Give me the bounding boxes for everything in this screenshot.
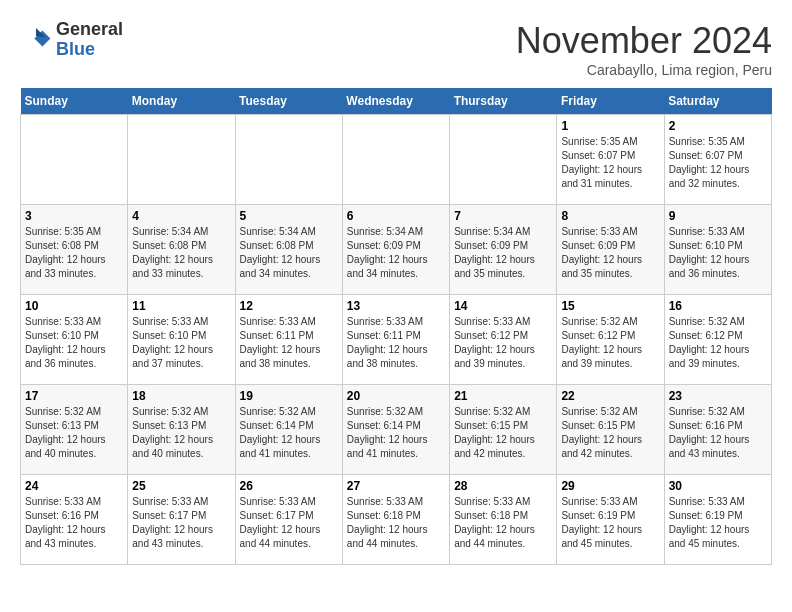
- day-info-line: Sunset: 6:10 PM: [132, 329, 230, 343]
- calendar-cell: [450, 115, 557, 205]
- day-info: Sunrise: 5:35 AMSunset: 6:08 PMDaylight:…: [25, 225, 123, 281]
- day-info-line: Sunset: 6:07 PM: [669, 149, 767, 163]
- day-info-line: Daylight: 12 hours and 39 minutes.: [561, 343, 659, 371]
- day-info: Sunrise: 5:33 AMSunset: 6:17 PMDaylight:…: [132, 495, 230, 551]
- day-info-line: Daylight: 12 hours and 33 minutes.: [132, 253, 230, 281]
- day-info-line: Sunrise: 5:32 AM: [669, 405, 767, 419]
- day-number: 9: [669, 209, 767, 223]
- calendar-cell: 5Sunrise: 5:34 AMSunset: 6:08 PMDaylight…: [235, 205, 342, 295]
- day-info: Sunrise: 5:33 AMSunset: 6:19 PMDaylight:…: [561, 495, 659, 551]
- day-info-line: Sunset: 6:10 PM: [669, 239, 767, 253]
- day-info-line: Daylight: 12 hours and 45 minutes.: [669, 523, 767, 551]
- weekday-header-friday: Friday: [557, 88, 664, 115]
- day-info-line: Sunrise: 5:33 AM: [561, 495, 659, 509]
- day-info: Sunrise: 5:33 AMSunset: 6:10 PMDaylight:…: [25, 315, 123, 371]
- calendar-cell: 12Sunrise: 5:33 AMSunset: 6:11 PMDayligh…: [235, 295, 342, 385]
- day-info-line: Sunrise: 5:32 AM: [25, 405, 123, 419]
- day-number: 16: [669, 299, 767, 313]
- day-info: Sunrise: 5:33 AMSunset: 6:18 PMDaylight:…: [454, 495, 552, 551]
- weekday-header-monday: Monday: [128, 88, 235, 115]
- day-info: Sunrise: 5:35 AMSunset: 6:07 PMDaylight:…: [561, 135, 659, 191]
- calendar-cell: 21Sunrise: 5:32 AMSunset: 6:15 PMDayligh…: [450, 385, 557, 475]
- day-number: 4: [132, 209, 230, 223]
- day-info-line: Sunset: 6:09 PM: [347, 239, 445, 253]
- day-info-line: Sunrise: 5:32 AM: [347, 405, 445, 419]
- day-info-line: Sunrise: 5:33 AM: [669, 495, 767, 509]
- day-info-line: Sunset: 6:09 PM: [454, 239, 552, 253]
- calendar-cell: 9Sunrise: 5:33 AMSunset: 6:10 PMDaylight…: [664, 205, 771, 295]
- day-info-line: Sunrise: 5:33 AM: [240, 315, 338, 329]
- day-info-line: Sunset: 6:19 PM: [561, 509, 659, 523]
- day-info-line: Sunset: 6:12 PM: [454, 329, 552, 343]
- subtitle: Carabayllo, Lima region, Peru: [516, 62, 772, 78]
- day-info-line: Sunset: 6:12 PM: [669, 329, 767, 343]
- day-number: 17: [25, 389, 123, 403]
- day-info-line: Daylight: 12 hours and 34 minutes.: [240, 253, 338, 281]
- calendar-table: SundayMondayTuesdayWednesdayThursdayFrid…: [20, 88, 772, 565]
- day-info: Sunrise: 5:33 AMSunset: 6:09 PMDaylight:…: [561, 225, 659, 281]
- calendar-cell: 6Sunrise: 5:34 AMSunset: 6:09 PMDaylight…: [342, 205, 449, 295]
- day-number: 8: [561, 209, 659, 223]
- day-info: Sunrise: 5:32 AMSunset: 6:12 PMDaylight:…: [561, 315, 659, 371]
- weekday-header-wednesday: Wednesday: [342, 88, 449, 115]
- day-info-line: Sunrise: 5:33 AM: [240, 495, 338, 509]
- day-info-line: Sunset: 6:16 PM: [25, 509, 123, 523]
- calendar-cell: 14Sunrise: 5:33 AMSunset: 6:12 PMDayligh…: [450, 295, 557, 385]
- week-row-3: 10Sunrise: 5:33 AMSunset: 6:10 PMDayligh…: [21, 295, 772, 385]
- day-number: 5: [240, 209, 338, 223]
- day-info-line: Sunset: 6:19 PM: [669, 509, 767, 523]
- calendar-cell: [235, 115, 342, 205]
- day-number: 12: [240, 299, 338, 313]
- day-info-line: Sunrise: 5:33 AM: [25, 495, 123, 509]
- day-info-line: Sunrise: 5:33 AM: [454, 495, 552, 509]
- calendar-cell: 3Sunrise: 5:35 AMSunset: 6:08 PMDaylight…: [21, 205, 128, 295]
- calendar-cell: 18Sunrise: 5:32 AMSunset: 6:13 PMDayligh…: [128, 385, 235, 475]
- weekday-header-tuesday: Tuesday: [235, 88, 342, 115]
- calendar-cell: 16Sunrise: 5:32 AMSunset: 6:12 PMDayligh…: [664, 295, 771, 385]
- day-info-line: Sunrise: 5:34 AM: [240, 225, 338, 239]
- day-number: 23: [669, 389, 767, 403]
- day-info: Sunrise: 5:32 AMSunset: 6:13 PMDaylight:…: [25, 405, 123, 461]
- day-info-line: Daylight: 12 hours and 35 minutes.: [561, 253, 659, 281]
- day-info: Sunrise: 5:34 AMSunset: 6:09 PMDaylight:…: [347, 225, 445, 281]
- day-info-line: Sunset: 6:08 PM: [25, 239, 123, 253]
- day-info-line: Sunset: 6:13 PM: [25, 419, 123, 433]
- day-info-line: Sunrise: 5:32 AM: [454, 405, 552, 419]
- day-info-line: Daylight: 12 hours and 38 minutes.: [347, 343, 445, 371]
- day-info-line: Sunset: 6:15 PM: [454, 419, 552, 433]
- day-number: 27: [347, 479, 445, 493]
- day-info: Sunrise: 5:32 AMSunset: 6:12 PMDaylight:…: [669, 315, 767, 371]
- day-info: Sunrise: 5:33 AMSunset: 6:10 PMDaylight:…: [132, 315, 230, 371]
- day-info-line: Daylight: 12 hours and 36 minutes.: [25, 343, 123, 371]
- logo-general-text: General: [56, 20, 123, 40]
- calendar-cell: 2Sunrise: 5:35 AMSunset: 6:07 PMDaylight…: [664, 115, 771, 205]
- day-info: Sunrise: 5:33 AMSunset: 6:17 PMDaylight:…: [240, 495, 338, 551]
- day-info: Sunrise: 5:33 AMSunset: 6:18 PMDaylight:…: [347, 495, 445, 551]
- day-info-line: Daylight: 12 hours and 39 minutes.: [454, 343, 552, 371]
- day-number: 3: [25, 209, 123, 223]
- week-row-2: 3Sunrise: 5:35 AMSunset: 6:08 PMDaylight…: [21, 205, 772, 295]
- calendar-cell: 19Sunrise: 5:32 AMSunset: 6:14 PMDayligh…: [235, 385, 342, 475]
- day-info-line: Sunrise: 5:34 AM: [132, 225, 230, 239]
- weekday-header-thursday: Thursday: [450, 88, 557, 115]
- day-info-line: Daylight: 12 hours and 36 minutes.: [669, 253, 767, 281]
- day-info: Sunrise: 5:32 AMSunset: 6:14 PMDaylight:…: [347, 405, 445, 461]
- calendar-cell: 1Sunrise: 5:35 AMSunset: 6:07 PMDaylight…: [557, 115, 664, 205]
- calendar-cell: [342, 115, 449, 205]
- day-number: 21: [454, 389, 552, 403]
- day-info: Sunrise: 5:32 AMSunset: 6:15 PMDaylight:…: [561, 405, 659, 461]
- title-section: November 2024 Carabayllo, Lima region, P…: [516, 20, 772, 78]
- day-info-line: Daylight: 12 hours and 32 minutes.: [669, 163, 767, 191]
- logo-blue-text: Blue: [56, 40, 123, 60]
- day-info-line: Sunrise: 5:35 AM: [669, 135, 767, 149]
- day-number: 11: [132, 299, 230, 313]
- day-info-line: Daylight: 12 hours and 43 minutes.: [132, 523, 230, 551]
- calendar-cell: 28Sunrise: 5:33 AMSunset: 6:18 PMDayligh…: [450, 475, 557, 565]
- day-info-line: Sunset: 6:08 PM: [240, 239, 338, 253]
- calendar-cell: 15Sunrise: 5:32 AMSunset: 6:12 PMDayligh…: [557, 295, 664, 385]
- day-info-line: Sunrise: 5:34 AM: [347, 225, 445, 239]
- day-info-line: Daylight: 12 hours and 43 minutes.: [669, 433, 767, 461]
- day-number: 20: [347, 389, 445, 403]
- day-number: 14: [454, 299, 552, 313]
- calendar-cell: 30Sunrise: 5:33 AMSunset: 6:19 PMDayligh…: [664, 475, 771, 565]
